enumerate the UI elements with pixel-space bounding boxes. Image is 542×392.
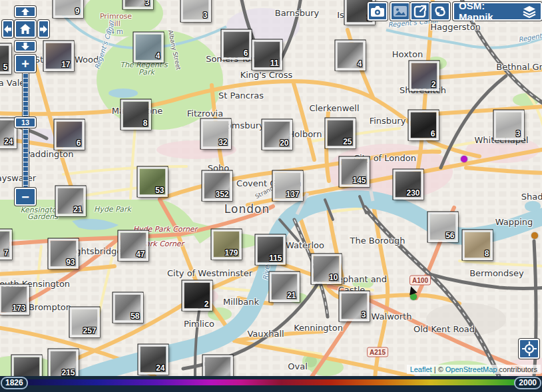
- photo-count-badge: 10: [329, 273, 338, 282]
- photo-cluster-marker[interactable]: 9: [53, 0, 83, 18]
- crosshair-target-icon: [522, 341, 537, 356]
- timeline-track[interactable]: [22, 379, 520, 385]
- photo-count-badge: 17: [61, 60, 70, 69]
- poi-dot: [531, 232, 538, 239]
- photo-cluster-marker[interactable]: 2: [409, 61, 439, 91]
- photo-cluster-marker[interactable]: 20: [262, 120, 292, 150]
- pan-left-button[interactable]: [2, 20, 13, 38]
- photo-cluster-marker[interactable]: 3: [181, 0, 211, 22]
- photo-count-badge: 47: [136, 250, 144, 259]
- link-button[interactable]: [430, 2, 450, 21]
- photo-cluster-marker[interactable]: 230: [394, 170, 423, 200]
- export-button[interactable]: [410, 2, 430, 21]
- map[interactable]: Barnsbury Islington Haggerston Hoxton St…: [0, 0, 542, 392]
- photo-cluster-marker[interactable]: 145: [340, 157, 370, 187]
- photo-cluster-marker[interactable]: 56: [428, 212, 458, 242]
- arrow-up-icon: [21, 8, 30, 15]
- pan-right-button[interactable]: [38, 20, 49, 38]
- photo-cluster-marker[interactable]: 93: [49, 239, 79, 269]
- photo-cluster-marker[interactable]: 17: [44, 41, 74, 71]
- photo-cluster-marker[interactable]: 2: [182, 281, 212, 311]
- photo-count-badge: 3: [145, 0, 150, 7]
- photo-cluster-marker[interactable]: 53: [138, 167, 168, 197]
- historical-photo-map-app: Barnsbury Islington Haggerston Hoxton St…: [0, 0, 542, 392]
- photo-cluster-marker[interactable]: 21: [56, 186, 86, 216]
- photo-cluster-marker[interactable]: 6: [55, 120, 85, 150]
- photo-count-badge: 58: [131, 311, 139, 321]
- arrow-left-icon: [4, 25, 11, 34]
- photo-cluster-marker[interactable]: 7: [0, 230, 12, 260]
- arrow-down-icon: [21, 43, 30, 50]
- photo-cluster-marker[interactable]: 173: [0, 285, 29, 315]
- attribution-divider: |: [432, 365, 438, 373]
- pan-up-button[interactable]: [15, 6, 36, 17]
- photo-cluster-marker[interactable]: 3: [494, 110, 524, 140]
- zoom-in-button[interactable]: +: [15, 55, 36, 73]
- poi-dot: [461, 156, 467, 162]
- layer-switcher-label: OSM: Mapnik: [459, 0, 518, 23]
- leaflet-link[interactable]: Leaflet: [410, 365, 432, 373]
- export-icon: [413, 5, 427, 18]
- photo-cluster-marker[interactable]: 352: [202, 171, 232, 201]
- home-button[interactable]: [15, 20, 36, 38]
- camera-button[interactable]: [368, 2, 388, 21]
- layers-icon: [523, 5, 536, 18]
- image-icon: [393, 5, 407, 17]
- photo-cluster-marker[interactable]: 3: [340, 292, 370, 321]
- timeline-end-handle[interactable]: 2000: [514, 377, 541, 389]
- photo-count-badge: 6: [244, 49, 248, 58]
- photo-cluster-marker[interactable]: 8: [121, 100, 151, 130]
- photo-count-badge: 9: [75, 7, 80, 16]
- zoom-out-button[interactable]: −: [15, 188, 36, 206]
- photo-cluster-marker[interactable]: 24: [0, 118, 17, 148]
- photo-count-badge: 21: [73, 205, 82, 214]
- zoom-slider-handle[interactable]: 13: [15, 117, 36, 128]
- photo-cluster-marker[interactable]: 257: [70, 307, 100, 337]
- pan-down-button[interactable]: [15, 41, 36, 52]
- photo-cluster-marker[interactable]: 21: [270, 272, 300, 302]
- photo-cluster-marker[interactable]: 215: [49, 349, 79, 379]
- image-button[interactable]: [390, 2, 410, 21]
- layer-switcher-button[interactable]: OSM: Mapnik: [453, 2, 542, 21]
- photo-cluster-marker[interactable]: 25: [326, 118, 356, 148]
- photo-cluster-marker[interactable]: 6: [222, 30, 252, 60]
- photo-cluster-marker[interactable]: 4: [336, 41, 366, 71]
- home-icon: [20, 24, 31, 34]
- photo-count-badge: 3: [362, 310, 366, 319]
- photo-cluster-marker[interactable]: 6: [409, 110, 439, 140]
- photo-count-badge: 8: [485, 249, 489, 258]
- photo-count-badge: 3: [516, 129, 521, 138]
- photo-cluster-marker[interactable]: 8: [463, 230, 493, 260]
- photo-count-badge: 145: [352, 176, 366, 185]
- photo-count-badge: 179: [224, 248, 238, 258]
- photo-cluster-marker[interactable]: 58: [113, 293, 143, 323]
- photo-cluster-marker[interactable]: 10: [312, 254, 342, 284]
- arrow-right-icon: [40, 25, 47, 34]
- photo-cluster-marker[interactable]: 11: [252, 40, 282, 70]
- photo-cluster-marker[interactable]: 3: [123, 0, 153, 9]
- photo-cluster-marker[interactable]: 137: [273, 171, 303, 201]
- photo-count-badge: 24: [156, 363, 164, 373]
- zoom-slider-track[interactable]: [23, 73, 29, 188]
- timeline-start-handle[interactable]: 1826: [1, 377, 28, 389]
- photo-cluster-marker[interactable]: 4: [134, 33, 164, 63]
- copyright-symbol: ©: [438, 365, 445, 373]
- photo-cluster-marker[interactable]: 5: [0, 44, 11, 74]
- photo-count-badge: 11: [270, 59, 279, 68]
- photo-count-badge: 115: [269, 254, 282, 263]
- photo-count-badge: 4: [156, 51, 160, 61]
- photo-count-badge: 2: [204, 299, 209, 309]
- attribution-suffix: contributors: [497, 365, 537, 373]
- photo-cluster-marker[interactable]: 115: [256, 235, 286, 265]
- osm-link[interactable]: OpenStreetMap: [445, 365, 497, 373]
- photo-count-badge: 56: [445, 231, 454, 240]
- photo-count-badge: 230: [406, 188, 419, 198]
- road-ref-badge: A215: [367, 347, 388, 357]
- photo-cluster-marker[interactable]: 179: [212, 230, 242, 260]
- timeline-bar: 1826 2000: [0, 376, 542, 392]
- photo-cluster-marker[interactable]: 24: [138, 345, 168, 375]
- photo-cluster-marker[interactable]: 47: [119, 231, 148, 261]
- locate-button[interactable]: [519, 339, 539, 359]
- photo-cluster-marker[interactable]: 32: [201, 119, 231, 149]
- photo-count-badge: 4: [358, 59, 362, 69]
